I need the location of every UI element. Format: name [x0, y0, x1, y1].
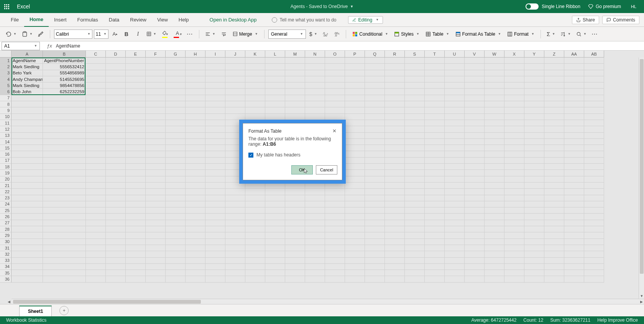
row-header-13[interactable]: 13 [0, 133, 12, 139]
vertical-scrollbar[interactable]: ▲ ▼ [639, 58, 644, 299]
cell-P7[interactable] [345, 95, 365, 101]
cell-P18[interactable] [345, 164, 365, 170]
column-header-D[interactable]: D [106, 51, 126, 58]
cell-P15[interactable] [345, 145, 365, 151]
cell-AB30[interactable] [584, 239, 604, 245]
cell-K5[interactable] [245, 82, 265, 89]
cell-M6[interactable] [285, 89, 305, 95]
cell-X35[interactable] [504, 270, 524, 276]
cell-G36[interactable] [166, 276, 186, 282]
cell-Q26[interactable] [365, 214, 385, 220]
cell-A28[interactable] [12, 226, 43, 232]
cell-F14[interactable] [146, 139, 166, 145]
cell-O7[interactable] [325, 95, 345, 101]
cell-S17[interactable] [405, 158, 425, 164]
cell-A33[interactable] [12, 258, 43, 264]
cell-W34[interactable] [485, 264, 504, 270]
editing-mode-dropdown[interactable]: Editing ▼ [348, 16, 383, 24]
cell-I9[interactable] [205, 107, 225, 113]
cell-C14[interactable] [86, 139, 106, 145]
cell-C11[interactable] [86, 120, 106, 126]
cell-H16[interactable] [186, 151, 205, 157]
cell-S6[interactable] [405, 89, 425, 95]
cell-F12[interactable] [146, 126, 166, 132]
cell-Z35[interactable] [544, 270, 564, 276]
cell-Y16[interactable] [524, 151, 544, 157]
cell-J3[interactable] [225, 70, 245, 76]
cell-X33[interactable] [504, 258, 524, 264]
cell-E32[interactable] [126, 251, 146, 257]
cell-AB10[interactable] [584, 114, 604, 120]
column-header-Z[interactable]: Z [544, 51, 564, 58]
cell-Y35[interactable] [524, 270, 544, 276]
cell-F29[interactable] [146, 232, 166, 238]
cell-Y23[interactable] [524, 195, 544, 201]
cell-AA34[interactable] [564, 264, 584, 270]
number-format-select[interactable]: General ▼ [268, 30, 306, 39]
cell-AA4[interactable] [564, 76, 584, 82]
cell-B30[interactable] [43, 239, 86, 245]
cell-I13[interactable] [205, 133, 225, 139]
cell-A36[interactable] [12, 276, 43, 282]
cell-I22[interactable] [205, 189, 225, 195]
cell-X30[interactable] [504, 239, 524, 245]
cell-Y7[interactable] [524, 95, 544, 101]
cell-T22[interactable] [425, 189, 445, 195]
column-header-Q[interactable]: Q [365, 51, 385, 58]
cell-C8[interactable] [86, 101, 106, 107]
comments-button[interactable]: Comments [602, 16, 639, 24]
cell-X24[interactable] [504, 201, 524, 207]
cell-N3[interactable] [305, 70, 325, 76]
cell-F13[interactable] [146, 133, 166, 139]
cell-O35[interactable] [325, 270, 345, 276]
add-sheet-button[interactable]: + [59, 306, 69, 315]
cell-H24[interactable] [186, 201, 205, 207]
cell-S26[interactable] [405, 214, 425, 220]
cell-AB22[interactable] [584, 189, 604, 195]
cell-B21[interactable] [43, 183, 86, 189]
cell-C12[interactable] [86, 126, 106, 132]
tell-me-search[interactable]: Tell me what you want to do [265, 17, 343, 23]
cell-S32[interactable] [405, 251, 425, 257]
cell-I32[interactable] [205, 251, 225, 257]
cell-AB19[interactable] [584, 170, 604, 176]
cell-AA25[interactable] [564, 207, 584, 214]
cell-I35[interactable] [205, 270, 225, 276]
cell-T27[interactable] [425, 220, 445, 226]
cell-D3[interactable] [106, 70, 126, 76]
cell-G15[interactable] [166, 145, 186, 151]
cell-K26[interactable] [245, 214, 265, 220]
cell-G27[interactable] [166, 220, 186, 226]
cell-E34[interactable] [126, 264, 146, 270]
cell-G17[interactable] [166, 158, 186, 164]
cell-O29[interactable] [325, 232, 345, 238]
cell-J1[interactable] [225, 58, 245, 64]
cell-X28[interactable] [504, 226, 524, 232]
cell-G2[interactable] [166, 64, 186, 70]
cell-G4[interactable] [166, 76, 186, 82]
cell-U17[interactable] [445, 158, 465, 164]
cell-E33[interactable] [126, 258, 146, 264]
cell-V19[interactable] [465, 170, 485, 176]
cell-I25[interactable] [205, 207, 225, 214]
cell-Q13[interactable] [365, 133, 385, 139]
cell-S33[interactable] [405, 258, 425, 264]
cell-Z5[interactable] [544, 82, 564, 89]
cell-V1[interactable] [465, 58, 485, 64]
cell-W14[interactable] [485, 139, 504, 145]
cell-V25[interactable] [465, 207, 485, 214]
cell-P31[interactable] [345, 245, 365, 251]
row-header-18[interactable]: 18 [0, 164, 12, 170]
cell-V7[interactable] [465, 95, 485, 101]
cell-H28[interactable] [186, 226, 205, 232]
cell-B11[interactable] [43, 120, 86, 126]
cell-B14[interactable] [43, 139, 86, 145]
cell-V30[interactable] [465, 239, 485, 245]
cell-K22[interactable] [245, 189, 265, 195]
cell-Y34[interactable] [524, 264, 544, 270]
cell-C28[interactable] [86, 226, 106, 232]
cell-T6[interactable] [425, 89, 445, 95]
cell-D13[interactable] [106, 133, 126, 139]
cell-H14[interactable] [186, 139, 205, 145]
cell-S22[interactable] [405, 189, 425, 195]
